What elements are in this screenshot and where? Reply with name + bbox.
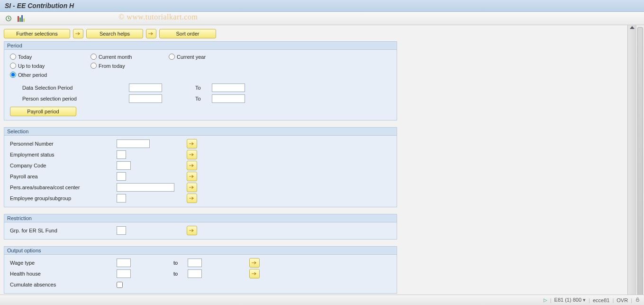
status-ovr: OVR xyxy=(617,297,628,303)
radio-current-month-label: Current month xyxy=(99,54,132,60)
employment-status-multi-icon[interactable] xyxy=(187,150,197,159)
radio-up-to-today-label: Up to today xyxy=(18,63,45,69)
wage-type-to-input[interactable] xyxy=(188,259,202,267)
health-house-label: Health house xyxy=(10,271,117,277)
svg-rect-1 xyxy=(636,299,639,301)
data-selection-to-input[interactable] xyxy=(212,83,245,92)
company-code-input[interactable] xyxy=(117,161,131,170)
selection-group: Selection Personnel Number Employment st… xyxy=(4,127,397,207)
health-house-to-input[interactable] xyxy=(188,269,202,278)
employment-status-input[interactable] xyxy=(117,150,126,159)
wage-type-label: Wage type xyxy=(10,260,117,266)
sort-order-arrow-icon[interactable] xyxy=(146,29,156,38)
radio-current-year[interactable]: Current year xyxy=(169,54,206,60)
cumulate-absences-label: Cumulate absences xyxy=(10,282,117,287)
company-code-label: Company Code xyxy=(10,163,117,168)
status-sep: | xyxy=(589,297,590,303)
personnel-number-label: Personnel Number xyxy=(10,141,117,147)
inner-scrollbar[interactable] xyxy=(627,25,636,302)
data-selection-to-label: To xyxy=(195,85,212,91)
wage-type-from-input[interactable] xyxy=(117,259,131,267)
radio-up-to-today[interactable]: Up to today xyxy=(10,63,45,69)
watermark-text: © www.tutorialkart.com xyxy=(118,13,198,21)
status-bar: ▷ | E81 (1) 800 | ecce81 | OVR | xyxy=(0,295,644,305)
sort-order-button[interactable]: Sort order xyxy=(159,29,216,38)
person-selection-to-input[interactable] xyxy=(212,94,245,103)
restriction-group-title: Restriction xyxy=(4,214,397,222)
lock-icon[interactable] xyxy=(635,297,640,303)
health-house-to-label: to xyxy=(173,271,188,277)
status-sep: | xyxy=(612,297,614,303)
grp-er-sl-label: Grp. for ER SL Fund xyxy=(10,228,117,233)
status-sep: | xyxy=(631,297,632,303)
radio-today-label: Today xyxy=(18,54,32,60)
restriction-group: Restriction Grp. for ER SL Fund xyxy=(4,214,397,240)
app-toolbar: © www.tutorialkart.com xyxy=(0,12,644,25)
radio-other-period[interactable]: Other period xyxy=(10,72,47,78)
radio-today[interactable]: Today xyxy=(10,54,32,60)
selection-group-title: Selection xyxy=(4,128,397,136)
employment-status-label: Employment status xyxy=(10,152,117,157)
data-selection-from-input[interactable] xyxy=(129,83,162,92)
employee-group-input[interactable] xyxy=(117,194,126,203)
radio-from-today[interactable]: From today xyxy=(91,63,125,69)
status-server: ecce81 xyxy=(593,297,609,303)
window-title-bar: SI - EE Contribution H xyxy=(0,0,644,12)
status-system[interactable]: E81 (1) 800 xyxy=(554,297,586,303)
grp-er-sl-multi-icon[interactable] xyxy=(187,226,197,235)
radio-current-year-label: Current year xyxy=(177,54,206,60)
person-selection-label: Person selection period xyxy=(22,96,129,102)
company-code-multi-icon[interactable] xyxy=(187,161,197,170)
pers-area-multi-icon[interactable] xyxy=(187,183,197,192)
status-play-icon[interactable]: ▷ xyxy=(544,297,547,303)
personnel-number-input[interactable] xyxy=(117,139,150,148)
employee-group-multi-icon[interactable] xyxy=(187,194,197,203)
payroll-period-button[interactable]: Payroll period xyxy=(10,107,76,116)
period-group: Period Today Current month Current year … xyxy=(4,41,397,120)
status-sep: | xyxy=(550,297,552,303)
output-options-group: Output options Wage type to Health house… xyxy=(4,246,397,294)
person-selection-from-input[interactable] xyxy=(129,94,162,103)
payroll-area-input[interactable] xyxy=(117,172,126,181)
wage-type-to-label: to xyxy=(173,260,188,266)
search-helps-button[interactable]: Search helps xyxy=(86,29,143,38)
scroll-up-icon[interactable] xyxy=(630,26,635,29)
output-options-title: Output options xyxy=(4,247,397,255)
outer-scrollbar[interactable] xyxy=(636,25,644,302)
selection-buttons-row: Further selections Search helps Sort ord… xyxy=(4,29,624,38)
health-house-from-input[interactable] xyxy=(117,269,131,278)
main-area: Further selections Search helps Sort ord… xyxy=(0,25,644,302)
layout-icon[interactable] xyxy=(16,14,26,23)
window-title: SI - EE Contribution H xyxy=(5,2,74,9)
employee-group-label: Employee group/subgroup xyxy=(10,195,117,201)
cumulate-absences-checkbox[interactable] xyxy=(117,282,123,288)
grp-er-sl-input[interactable] xyxy=(117,226,126,235)
payroll-area-multi-icon[interactable] xyxy=(187,172,197,181)
execute-icon[interactable] xyxy=(4,14,13,23)
pers-area-label: Pers.area/subarea/cost center xyxy=(10,185,117,190)
period-group-title: Period xyxy=(4,42,397,50)
person-selection-to-label: To xyxy=(195,96,212,102)
personnel-number-multi-icon[interactable] xyxy=(187,139,197,148)
data-selection-label: Data Selection Period xyxy=(22,85,129,91)
radio-from-today-label: From today xyxy=(99,63,125,69)
pers-area-input[interactable] xyxy=(117,183,174,192)
further-selections-button[interactable]: Further selections xyxy=(4,29,70,38)
wage-type-multi-icon[interactable] xyxy=(249,258,260,268)
health-house-multi-icon[interactable] xyxy=(249,269,260,278)
search-helps-arrow-icon[interactable] xyxy=(73,29,83,38)
radio-current-month[interactable]: Current month xyxy=(91,54,132,60)
content-area: Further selections Search helps Sort ord… xyxy=(0,25,627,302)
radio-other-period-label: Other period xyxy=(18,72,47,78)
payroll-area-label: Payroll area xyxy=(10,174,117,179)
outer-scrollbar-thumb[interactable] xyxy=(637,27,643,300)
